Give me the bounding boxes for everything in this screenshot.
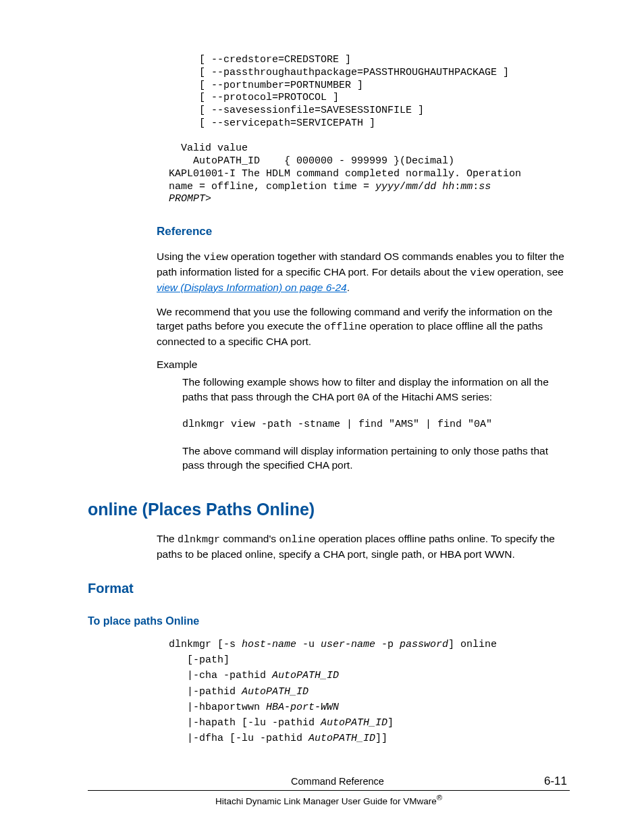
code-block-format: dlnkmgr [-s host-name -u user-name -p pa… [169,637,570,747]
reference-paragraph-2: We recommend that you use the following … [157,305,570,349]
footer-top-row: Command Reference 6-11 [88,775,570,791]
reference-heading: Reference [157,225,570,238]
text: Using the [157,251,204,262]
inline-code-online: online [279,534,315,546]
code-sep: : [454,181,460,192]
code-block-view: dlnkmgr view -path -stname | find "AMS" … [182,417,570,432]
code-ital: AutoPATH_ID [242,686,308,698]
code-ital: password [400,639,448,650]
code-ital: dd hh [424,181,454,192]
code-prompt: PROMPT [169,193,205,205]
place-online-heading: To place paths Online [88,615,570,627]
code-ital: AutoPATH_ID [272,670,339,681]
online-paragraph: The dlnkmgr command's online operation p… [157,531,570,562]
format-heading: Format [88,581,570,596]
example-paragraph-2: The above command will display informati… [182,444,570,473]
registered-mark: ® [437,793,442,802]
inline-code-0a: 0A [357,392,369,404]
text: operation, see [494,266,564,278]
footer-section-title: Command Reference [131,776,544,787]
code-text: [-path] [169,654,230,666]
code-text: |-cha -pathid [169,670,272,681]
online-heading: online (Places Paths Online) [88,500,570,519]
text: of the Hitachi AMS series: [369,391,492,402]
reference-paragraph-1: Using the view operation together with s… [157,249,570,295]
text: command's [220,533,279,544]
code-ital: HBA-port-WWN [266,702,339,713]
footer-page-number: 6-11 [544,775,567,788]
inline-code-offline: offline [324,321,367,333]
code-text: ] [387,717,394,729]
code-text: |-pathid [169,686,242,698]
code-ital: AutoPATH_ID [308,733,375,744]
text: . [347,282,350,293]
footer-doc-text: Hitachi Dynamic Link Manager User Guide … [215,796,437,806]
code-ital: AutoPATH_ID [321,717,387,729]
code-text: -p [375,639,400,650]
view-displays-link[interactable]: view (Displays Information) on page 6-24 [157,282,347,293]
code-text: |-dfha [-lu -pathid [169,733,308,744]
footer-doc-title: Hitachi Dynamic Link Manager User Guide … [88,791,570,806]
inline-code-dlnkmgr: dlnkmgr [178,534,220,546]
code-text: ] online [448,639,497,650]
code-ital: host-name [242,639,296,650]
code-sep: : [473,181,479,192]
code-ital: mm [406,181,418,192]
code-text: -u [296,639,321,650]
inline-code-view: view [204,252,228,263]
code-block-top: [ --credstore=CREDSTORE ] [ --passthroug… [169,54,570,206]
code-ital: yyyy [375,181,400,192]
code-text: |-hapath [-lu -pathid [169,717,321,729]
code-sep: / [418,181,424,192]
code-text: ]] [375,733,387,744]
code-sep: / [400,181,406,192]
text: The [157,533,178,544]
code-gt: > [205,193,211,205]
code-text: [ --credstore=CREDSTORE ] [ --passthroug… [169,54,521,192]
inline-code-view: view [470,267,494,279]
code-text: dlnkmgr [-s [169,639,242,650]
example-paragraph-1: The following example shows how to filte… [182,375,570,405]
code-ital: ss [479,181,491,192]
code-text: |-hbaportwwn [169,702,266,713]
code-ital: mm [460,181,473,192]
page-footer: Command Reference 6-11 Hitachi Dynamic L… [88,775,570,806]
page-container: [ --credstore=CREDSTORE ] [ --passthroug… [0,0,644,834]
example-label: Example [157,359,570,371]
code-ital: user-name [321,639,375,650]
